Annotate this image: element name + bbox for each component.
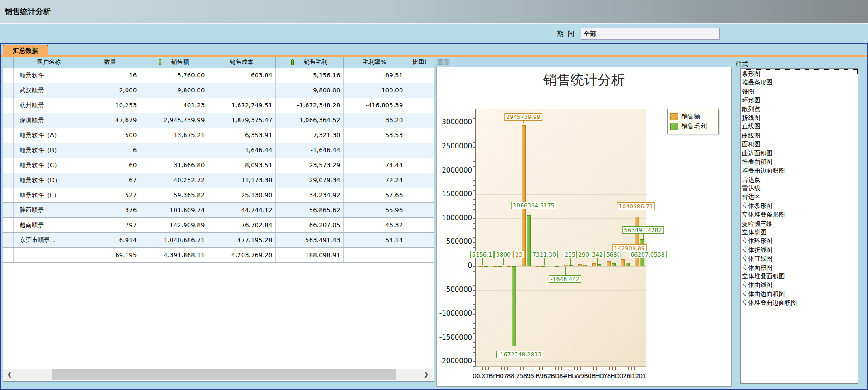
style-option[interactable]: 散列点 [741,105,858,114]
chart-style-listbox[interactable]: 条形图堆叠条形图饼图环形图散列点折线图直线图曲线图面积图曲边面积图堆叠面积图堆叠… [740,68,858,384]
cell-margin: 53.53 [343,128,406,143]
scroll-left-arrow-icon[interactable]: ❮ [3,369,16,380]
style-option[interactable]: 曼哈顿三维 [741,219,858,228]
table-row[interactable]: 杭州顺景10,253401.231,672,749.51-1,672,348.2… [3,98,434,113]
style-option[interactable]: 立体堆叠曲边面积图 [741,298,858,307]
data-label-leader [597,258,598,265]
style-option[interactable]: 曲线图 [741,131,858,140]
cell-margin: 89.51 [343,68,406,83]
style-option[interactable]: 立体堆叠条形图 [741,210,858,219]
style-option[interactable]: 雷达点 [741,175,858,184]
scrollbar-thumb[interactable] [52,369,396,380]
cell-margin: 54.14 [343,232,406,247]
bar-销售毛利-顺景软件（A） [541,266,545,267]
style-option[interactable]: 立体饼图 [741,228,858,237]
style-option[interactable]: 立体直线图 [741,254,858,263]
legend-label-profit: 销售毛利 [681,123,707,131]
gridline [476,290,646,291]
cell-weight [406,113,434,128]
cell-weight [406,158,434,173]
cell-sales: 9,800.00 [140,83,208,98]
table-row[interactable]: 顺景软件（E）52759,365.8225,130.9034,234.9257.… [3,188,434,202]
style-option[interactable]: 雷达区 [741,193,858,201]
column-header-5[interactable]: 毛利率% [343,57,406,68]
tab-summary-data[interactable]: 汇总数据 [3,45,48,55]
row-indicator-cell [3,98,13,113]
cell-name [17,247,81,262]
horizontal-scrollbar[interactable]: ❮ ❯ [3,369,433,380]
style-option[interactable]: 立体曲边面积图 [741,290,858,298]
data-label: -1672348.2833 [496,351,543,358]
cell-weight [406,188,434,202]
data-label-leader [584,258,584,265]
style-option[interactable]: 环形图 [741,96,858,104]
style-option[interactable]: 曲边面积图 [741,149,858,158]
table-row[interactable]: 武汉顺景2,0009,800.009,800.00100.00 [3,83,434,98]
style-option[interactable]: 立体面积图 [741,263,858,272]
table-row[interactable]: 顺景软件165,760.00603.845,156.1689.51 [3,68,434,83]
style-option[interactable]: 堆叠条形图 [741,78,858,87]
chart-canvas: 销售统计分析 2945739.991066364.51751040686.715… [436,67,732,387]
style-option[interactable]: 折线图 [741,114,858,122]
bar-销售毛利-顺景软件 [484,266,488,267]
table-row[interactable]: 顺景软件（D）6740,252.7211,173.3829,079.3472.2… [3,173,434,188]
cell-profit: 29,079.34 [275,173,343,188]
bar-销售毛利-顺景软件（E） [597,264,601,266]
style-option[interactable]: 堆叠曲边面积图 [741,166,858,175]
column-header-0[interactable]: 客户名称 [17,57,81,68]
row-indicator-cell [3,217,13,232]
style-option[interactable]: 立体条形图 [741,202,858,210]
style-option[interactable]: 面积图 [741,140,858,148]
style-option[interactable]: 雷达线 [741,184,858,193]
data-label: 2945739.99 [504,113,542,121]
data-label: 66207.0538 [629,251,667,258]
cell-sales: 5,760.00 [140,68,208,83]
table-row[interactable]: 顺景软件（C）6031,666.808,093.5123,573.2974.44 [3,158,434,173]
spacer-cell [13,202,17,217]
style-option[interactable]: 立体环形图 [741,237,858,245]
table-row[interactable]: 陕西顺景376101,609.7444,744.1256,865.6255.96 [3,202,434,217]
table-row[interactable]: 东莞市顺景...6,9141,040,686.71477,195.28563,4… [3,232,434,247]
cell-weight [406,217,434,232]
cell-weight [406,202,434,217]
style-option[interactable]: 堆叠面积图 [741,158,858,166]
data-label-leader [648,258,648,265]
style-option[interactable]: 立体折线图 [741,246,858,254]
period-input[interactable] [581,28,720,40]
style-option[interactable]: 立体曲线图 [741,281,858,289]
data-label: 290 [576,251,591,258]
chart-title: 销售统计分析 [437,71,731,89]
period-label: 期 间 [557,30,575,38]
column-header-3[interactable]: 销售成本 [208,57,275,68]
cell-cost: 76,702.84 [208,217,275,232]
cell-profit: 7,321.30 [275,128,343,143]
table-row[interactable]: 顺景软件（A）50013,675.216,353.917,321.3053.53 [3,128,434,143]
scroll-right-arrow-icon[interactable]: ❯ [420,369,433,380]
column-header-6[interactable]: 比重( [406,57,434,68]
bar-销售毛利-顺景软件（C） [569,265,573,266]
total-row[interactable]: 69,1954,391,868.114,203,769.20188,098.91 [3,247,434,262]
style-option[interactable]: 饼图 [741,87,858,96]
table-row[interactable]: 顺景软件（B）61,646.44-1,646.44 [3,143,434,158]
column-header-2[interactable]: 销售额 [140,57,208,68]
cell-sales: 2,945,739.99 [140,113,208,128]
style-option[interactable]: 立体堆叠面积图 [741,272,858,281]
data-label-leader [519,258,519,265]
cell-name: 东莞市顺景... [17,232,81,247]
row-indicator-header [3,57,13,68]
data-label: 5156.1 [470,251,494,258]
table-row[interactable]: 深圳顺景47,6792,945,739.991,879,375.471,066,… [3,113,434,128]
cell-weight [406,143,434,158]
profit-swatch-icon [670,123,678,130]
cell-sales: 13,675.21 [140,128,208,143]
cell-weight [406,98,434,113]
style-option[interactable]: 条形图 [741,69,858,78]
data-label-leader [636,210,636,216]
table-row[interactable]: 越南顺景797142,909.8976,702.8466,207.0546.32 [3,217,434,232]
column-header-1[interactable]: 数量 [81,57,140,68]
style-option[interactable]: 直线图 [741,122,858,131]
spacer-cell [13,217,17,232]
column-header-4[interactable]: 销售毛利 [275,57,343,68]
spacer-cell [13,247,17,262]
bar-销售额-顺景软件 [479,266,483,267]
